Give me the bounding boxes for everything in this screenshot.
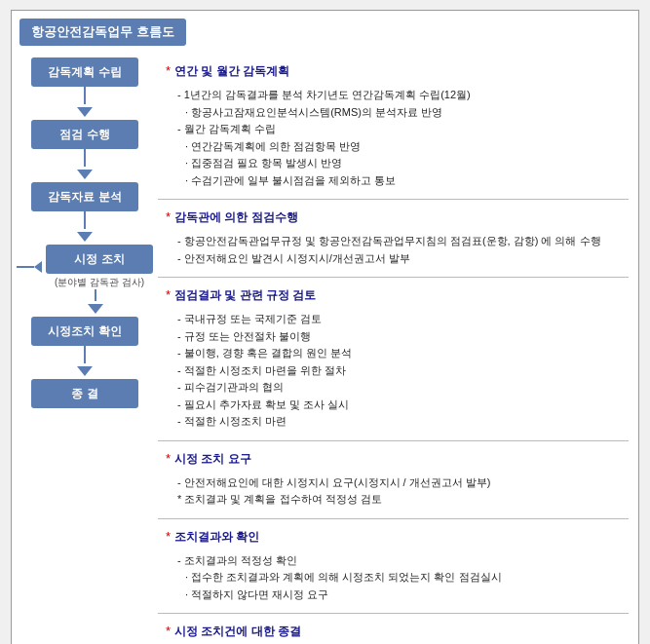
content-area: 감독계획 수립 점검 수행 감독자료 분석 시정 조치 (분야별 감독관 검사) xyxy=(12,54,638,644)
section2-title: 감독관에 의한 점검수행 xyxy=(174,209,298,226)
star-icon-5: * xyxy=(166,529,171,544)
step4-sublabel: (분야별 감독관 검사) xyxy=(55,276,144,289)
star-icon-3: * xyxy=(166,287,171,302)
step-box-3: 감독자료 분석 xyxy=(31,182,138,211)
s1-item4: 연간감독계획에 의한 점검항목 반영 xyxy=(166,138,629,155)
star-icon-2: * xyxy=(166,209,171,224)
section6-title-row: * 시정 조치건에 대한 종결 xyxy=(166,624,629,644)
s1-item6: 수검기관에 일부 불시점검을 제외하고 통보 xyxy=(166,172,629,189)
section5-title-row: * 조치결과와 확인 xyxy=(166,529,629,549)
connector-3 xyxy=(84,211,86,229)
s1-item1: 1년간의 감독결과를 분석 차기년도 연간감독계획 수립(12월) xyxy=(166,87,629,103)
arrow-4 xyxy=(88,304,103,314)
s3-item4: 적절한 시정조치 마련을 위한 절차 xyxy=(166,362,629,379)
horiz-line xyxy=(17,266,34,268)
s5-item2: 접수한 조치결과와 계획에 의해 시정조치 되었는지 확인 점검실시 xyxy=(166,569,629,586)
connector-2 xyxy=(84,149,86,167)
s3-item7: 적절한 시정조치 마련 xyxy=(166,413,629,430)
section-4: * 시정 조치 요구 안전저해요인에 대한 시정지시 요구(시정지시 / 개선권… xyxy=(158,445,629,514)
section-6: * 시정 조치건에 대한 종결 xyxy=(158,618,629,644)
step-box-2: 점검 수행 xyxy=(31,120,138,149)
section1-title-row: * 연간 및 월간 감독계획 xyxy=(166,63,629,84)
s4-item2: * 조치결과 및 계획을 접수하여 적정성 검토 xyxy=(166,491,629,508)
main-container: 항공안전감독업무 흐름도 감독계획 수립 점검 수행 감독자료 분석 xyxy=(11,10,639,644)
s3-item1: 국내규정 또는 국제기준 검토 xyxy=(166,311,629,327)
arrow-1 xyxy=(77,107,93,117)
step-box-6: 종 결 xyxy=(31,379,138,408)
s4-item1: 안전저해요인에 대한 시정지시 요구(시정지시 / 개선권고서 발부) xyxy=(166,474,629,491)
section-2: * 감독관에 의한 점검수행 항공안전감독관업무규정 및 항공안전감독관업무지침… xyxy=(158,204,629,273)
divider-3 xyxy=(158,440,629,441)
s2-item2: 안전저해요인 발견시 시정지시/개선권고서 발부 xyxy=(166,250,629,267)
star-icon-1: * xyxy=(166,63,171,78)
arrow-head xyxy=(34,261,42,273)
s1-item5: 집중점검 필요 항목 발생시 반영 xyxy=(166,155,629,171)
star-icon-6: * xyxy=(166,624,171,638)
connector-4 xyxy=(95,289,96,301)
connector-1 xyxy=(84,87,86,104)
arrow-2 xyxy=(77,170,93,179)
step4-row: 시정 조치 (분야별 감독관 검사) xyxy=(17,245,153,289)
star-icon-4: * xyxy=(166,451,171,466)
title-bar: 항공안전감독업무 흐름도 xyxy=(19,19,186,46)
s3-item2: 규정 또는 안전절차 불이행 xyxy=(166,328,629,345)
step-box-5: 시정조치 확인 xyxy=(31,317,138,346)
divider-1 xyxy=(158,199,629,200)
arrow-5 xyxy=(77,366,93,376)
s3-item3: 불이행, 경향 혹은 결합의 원인 분석 xyxy=(166,345,629,361)
section-3: * 점검결과 및 관련 규정 검토 국내규정 또는 국제기준 검토 규정 또는 … xyxy=(158,282,629,436)
section5-title: 조치결과와 확인 xyxy=(174,529,259,546)
left-column: 감독계획 수립 점검 수행 감독자료 분석 시정 조치 (분야별 감독관 검사) xyxy=(21,57,148,644)
section4-title: 시정 조치 요구 xyxy=(174,451,251,468)
step-box-4: 시정 조치 xyxy=(46,245,153,274)
section1-title: 연간 및 월간 감독계획 xyxy=(174,63,289,80)
section-5: * 조치결과와 확인 조치결과의 적정성 확인 접수한 조치결과와 계획에 의해… xyxy=(158,523,629,610)
divider-2 xyxy=(158,277,629,278)
right-column: * 연간 및 월간 감독계획 1년간의 감독결과를 분석 차기년도 연간감독계획… xyxy=(148,57,629,644)
section3-title: 점검결과 및 관련 규정 검토 xyxy=(174,287,316,304)
connector-5 xyxy=(84,346,86,363)
s1-item2: 항공사고잠재요인분석시스템(RMS)의 분석자료 반영 xyxy=(166,104,629,121)
step-box-1: 감독계획 수립 xyxy=(31,57,138,87)
step4-box-wrapper: 시정 조치 (분야별 감독관 검사) xyxy=(46,245,153,289)
s3-item6: 필요시 추가자료 확보 및 조사 실시 xyxy=(166,397,629,413)
s5-item1: 조치결과의 적정성 확인 xyxy=(166,552,629,569)
section6-title: 시정 조치건에 대한 종결 xyxy=(174,624,301,640)
divider-4 xyxy=(158,518,629,519)
s5-item3: 적절하지 않다면 재시정 요구 xyxy=(166,587,629,603)
section-1: * 연간 및 월간 감독계획 1년간의 감독결과를 분석 차기년도 연간감독계획… xyxy=(158,57,629,195)
section4-title-row: * 시정 조치 요구 xyxy=(166,451,629,472)
section2-title-row: * 감독관에 의한 점검수행 xyxy=(166,209,629,230)
s2-item1: 항공안전감독관업무규정 및 항공안전감독관업무지침의 점검표(운항, 감항) 에… xyxy=(166,233,629,249)
arrow-3 xyxy=(77,232,93,242)
s1-item3: 월간 감독계획 수립 xyxy=(166,121,629,137)
section3-title-row: * 점검결과 및 관련 규정 검토 xyxy=(166,287,629,308)
left-arrow-indicator xyxy=(17,261,42,273)
divider-5 xyxy=(158,613,629,614)
s3-item5: 피수검기관과의 협의 xyxy=(166,379,629,396)
